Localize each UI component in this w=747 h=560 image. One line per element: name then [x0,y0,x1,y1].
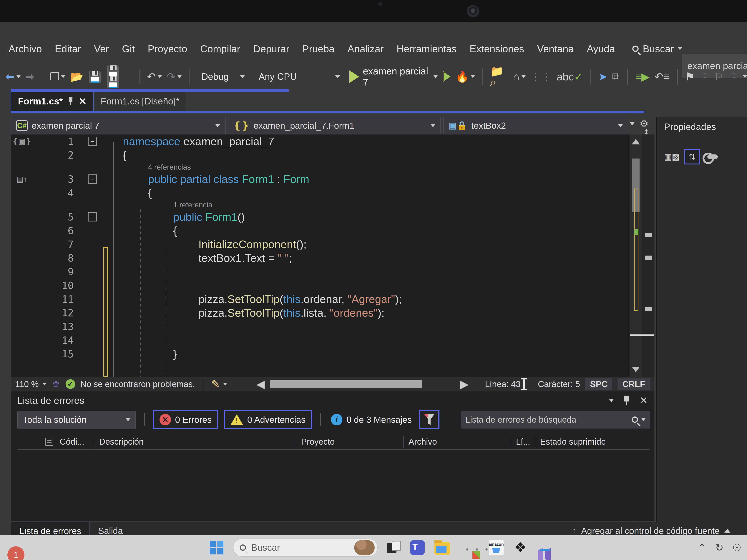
menu-search[interactable]: Buscar [632,43,682,54]
code-line-4[interactable]: 4{ [11,186,629,199]
line-indicator[interactable]: Línea: 43 [485,379,520,389]
close-icon[interactable]: ✕ [79,96,87,107]
warnings-filter-button[interactable]: ! 0 Advertencias [224,410,312,429]
navigate-back-button[interactable]: ⬅ [5,71,21,82]
start-without-debugging-button[interactable] [442,71,450,82]
undo-button[interactable]: ↶ [147,71,162,82]
alphabetical-sort-button[interactable]: ⇅ [685,149,700,164]
chevron-down-icon[interactable] [609,399,614,402]
member-dropdown[interactable]: ▣🔒 textBox2 [443,117,628,134]
code-editor[interactable]: ❴▣❵1−namespace examen_parcial_72{4 refer… [11,134,629,377]
project-dropdown[interactable]: C# examen parcial 7 [11,117,226,134]
fold-collapse-box[interactable]: − [88,212,97,221]
menu-analizar[interactable]: Analizar [346,42,385,56]
dropbox-icon[interactable]: ❖ [513,540,527,555]
unindent-lines-button[interactable]: ↶≡ [654,71,670,82]
code-line-1[interactable]: ❴▣❵1−namespace examen_parcial_7 [11,134,629,148]
categorized-view-button[interactable]: ▦▩ [664,149,679,164]
codelens-row[interactable]: 1 referencia [11,199,629,210]
solution-configuration-dropdown[interactable]: Debug [197,67,249,86]
fold-collapse-box[interactable]: − [88,137,97,146]
error-list-search-box[interactable]: Lista de errores de búsqueda [461,411,650,428]
column-header-codigo[interactable]: Códi... [55,436,94,448]
column-header-estado[interactable]: Estado suprimido [535,436,605,448]
menu-ventana[interactable]: Ventana [536,42,575,56]
column-header-linea[interactable]: Lí... [511,436,535,448]
new-project-button[interactable]: ❐ [50,71,65,82]
menu-git[interactable]: Git [121,42,136,56]
save-all-button[interactable]: 💾💾 [106,66,132,87]
column-indicator[interactable]: Carácter: 5 [538,379,580,389]
spell-check-button[interactable]: abc✓ [557,71,583,82]
start-debugging-button[interactable]: examen parcial 7 [350,65,438,88]
menu-proyecto[interactable]: Proyecto [147,42,188,56]
teams-icon[interactable] [410,540,424,555]
select-element-button[interactable]: ➤ [598,71,607,82]
columns-filter-button[interactable] [419,410,439,429]
hot-reload-button[interactable]: 🔥 [455,71,475,82]
navigate-forward-button[interactable]: ➡ [25,71,34,82]
zoom-dropdown[interactable]: 110 % [15,379,47,389]
menu-depurar[interactable]: Depurar [252,42,290,56]
file-explorer-icon[interactable] [434,542,450,555]
column-header-archivo[interactable]: Archivo [403,436,511,448]
menu-herramientas[interactable]: Herramientas [395,42,458,56]
redo-button[interactable]: ↷ [166,71,182,82]
code-line-3[interactable]: ▤↑3−public partial class Form1 : Form [11,172,629,186]
fold-collapse-box[interactable]: − [88,175,97,184]
pin-icon[interactable] [623,396,630,405]
property-pages-button[interactable] [705,149,720,164]
codelens-row[interactable]: 4 referencias [11,162,629,172]
clear-bookmarks-button[interactable]: ⚐ [728,71,738,82]
menu-compilar[interactable]: Compilar [199,42,241,56]
save-button[interactable]: 💾 [88,71,102,82]
wifi-icon[interactable]: ☉ [732,542,742,554]
solution-explorer-button[interactable]: ⌂ [513,71,525,82]
type-dropdown[interactable]: ❴❵ examen_parcial_7.Form1 [228,117,441,134]
inherit-margin-icon[interactable]: ▤↑ [11,175,33,183]
amazon-icon[interactable]: amazon [489,540,504,555]
show-hidden-icons-chevron[interactable]: ⌃ [698,542,706,554]
next-bookmark-button[interactable]: ⚐ [714,71,724,82]
spaces-indicator[interactable]: SPC [585,378,613,390]
scroll-up-arrow[interactable] [632,139,640,144]
code-line-5[interactable]: 5−public Form1() [11,210,629,224]
codelens-health-icon[interactable]: ⚜ [52,379,60,389]
taskbar-search[interactable]: Buscar [233,538,378,557]
column-header-proyecto[interactable]: Proyecto [296,436,403,448]
menu-prueba[interactable]: Prueba [301,42,336,56]
solution-platform-dropdown[interactable]: Any CPU [254,67,345,86]
pin-icon[interactable] [68,98,74,105]
errors-filter-button[interactable]: ✕ 0 Errores [153,410,218,429]
windows-start-button[interactable] [210,541,224,555]
line-ending-indicator[interactable]: CRLF [618,378,650,390]
code-line-6[interactable]: 6{ [11,224,629,237]
snippet-margin-icon[interactable]: ❴▣❵ [11,137,33,145]
severity-column-icon[interactable] [45,437,53,446]
task-view-button[interactable] [387,541,401,554]
open-file-button[interactable]: 📂 [70,71,83,82]
prev-bookmark-button[interactable]: ⚐ [700,71,709,82]
scope-filter-dropdown[interactable]: Toda la solución [18,411,136,428]
code-cleanup-button[interactable]: ✎ [211,379,227,390]
menu-extensiones[interactable]: Extensiones [468,42,525,56]
hscrollbar-thumb[interactable] [270,380,422,388]
menu-editar[interactable]: Editar [54,42,82,56]
menu-archivo[interactable]: Archivo [7,42,43,56]
sync-icon[interactable]: ↻ [715,542,723,554]
column-header-descripcion[interactable]: Descripción [94,436,296,448]
tab-form1-cs[interactable]: Form1.cs* ✕ [11,92,94,111]
menu-ayuda[interactable]: Ayuda [586,42,616,56]
close-icon[interactable]: ✕ [640,395,648,406]
indent-lines-button[interactable]: ≡▶ [635,71,649,82]
messages-filter-button[interactable]: i 0 de 3 Mensajes [329,414,413,425]
find-in-files-button[interactable]: 📁⌕ [490,66,508,87]
menu-ver[interactable]: Ver [93,42,110,56]
chevron-down-icon[interactable] [629,122,635,125]
toolbar-overflow-button[interactable] [743,75,747,78]
scroll-down-arrow[interactable] [632,367,640,372]
show-whitespace-button[interactable]: ⋮⋮ [531,71,552,82]
add-to-source-control-button[interactable]: ↑ Agregar al control de código fuente [572,526,747,536]
hscroll-left-arrow[interactable]: ◀ [256,379,265,390]
tab-form1-designer[interactable]: Form1.cs [Diseño]* [94,92,186,111]
